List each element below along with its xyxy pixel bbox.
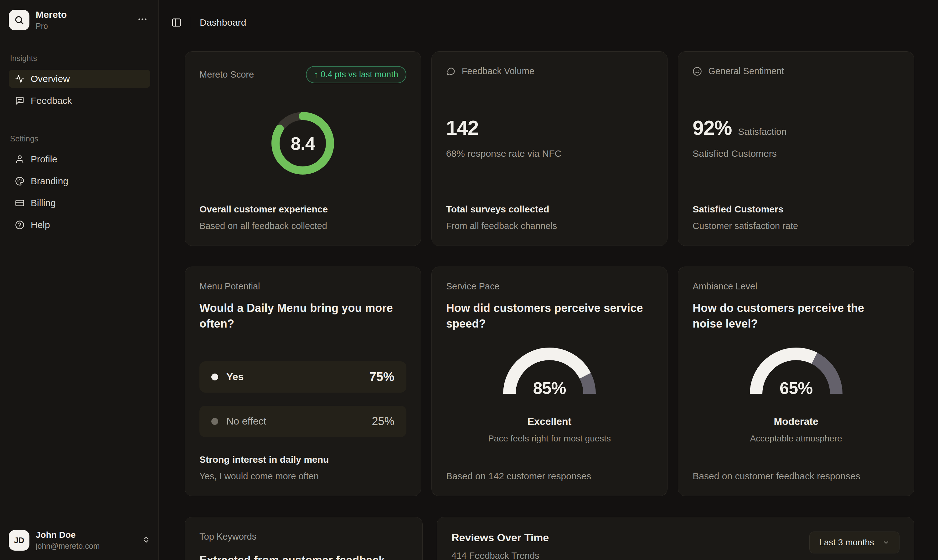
avatar: JD bbox=[9, 530, 29, 551]
answer-dot bbox=[211, 418, 218, 425]
survey-question: Would a Daily Menu bring you more often? bbox=[199, 300, 403, 332]
date-range-dropdown[interactable]: Last 3 months bbox=[809, 532, 899, 554]
survey-question: How did customers perceive service speed… bbox=[446, 300, 650, 332]
card-heading: Total surveys collected bbox=[446, 204, 653, 215]
answer-dot bbox=[211, 374, 218, 380]
card-heading: Satisfied Customers bbox=[693, 204, 899, 215]
credit-card-icon bbox=[15, 198, 25, 208]
answer-label: No effect bbox=[226, 415, 266, 427]
user-name: John Doe bbox=[36, 530, 100, 540]
answer-row-no-effect: No effect 25% bbox=[199, 406, 406, 437]
brand-name: Mereto bbox=[36, 9, 67, 20]
topbar: Dashboard bbox=[159, 0, 938, 31]
card-top-keywords: Top Keywords Extracted from customer fee… bbox=[185, 517, 423, 560]
card-title: Top Keywords bbox=[199, 532, 408, 542]
sidebar-item-label: Branding bbox=[31, 176, 68, 186]
user-meta: John Doe john@mereto.com bbox=[36, 530, 100, 551]
chevrons-up-down-icon bbox=[142, 535, 150, 545]
sidebar-item-feedback[interactable]: Feedback bbox=[9, 92, 150, 110]
card-subheading: From all feedback channels bbox=[446, 221, 653, 231]
card-ambiance-level: Ambiance Level How do customers perceive… bbox=[678, 266, 914, 496]
answer-value: 25% bbox=[372, 415, 395, 428]
card-title: General Sentiment bbox=[708, 66, 784, 76]
reviews-head-text: Reviews Over Time 414 Feedback Trends bbox=[452, 532, 549, 560]
section-label-insights: Insights bbox=[10, 54, 150, 63]
sidebar-item-overview[interactable]: Overview bbox=[9, 70, 150, 88]
answer-row-yes: Yes 75% bbox=[199, 362, 406, 392]
sidebar-item-help[interactable]: Help bbox=[9, 216, 150, 234]
card-title: Ambiance Level bbox=[693, 281, 899, 292]
sidebar-item-label: Profile bbox=[31, 154, 57, 165]
search-icon bbox=[14, 15, 24, 25]
smile-icon bbox=[693, 67, 702, 76]
gauge-rating: Moderate bbox=[693, 416, 899, 427]
card-subheading: Customer satisfaction rate bbox=[693, 221, 899, 231]
nav-settings: Profile Branding Billing Help bbox=[9, 150, 150, 234]
sidebar-item-profile[interactable]: Profile bbox=[9, 150, 150, 168]
user-switcher[interactable]: JD John Doe john@mereto.com bbox=[9, 530, 150, 551]
user-email: john@mereto.com bbox=[36, 542, 100, 551]
sentiment-value: 92% bbox=[693, 116, 732, 140]
card-service-pace: Service Pace How did customers perceive … bbox=[432, 266, 668, 496]
sidebar-item-billing[interactable]: Billing bbox=[9, 194, 150, 212]
card-general-sentiment: General Sentiment 92% Satisfaction Satis… bbox=[678, 51, 914, 246]
palette-icon bbox=[15, 177, 25, 186]
card-menu-potential: Menu Potential Would a Daily Menu bring … bbox=[185, 266, 421, 496]
help-circle-icon bbox=[15, 220, 25, 230]
brand-logo bbox=[9, 10, 29, 30]
card-heading: Strong interest in daily menu bbox=[199, 454, 406, 465]
sidebar-toggle-button[interactable] bbox=[171, 17, 182, 28]
sidebar-item-label: Overview bbox=[31, 74, 70, 84]
gauge-rating-caption: Acceptable atmosphere bbox=[693, 434, 899, 444]
card-reviews-over-time: Reviews Over Time 414 Feedback Trends La… bbox=[437, 517, 914, 560]
brand-text: Mereto Pro bbox=[36, 9, 67, 31]
brand-plan: Pro bbox=[36, 22, 67, 31]
main-area: Dashboard Mereto Score ↑ 0.4 pts vs last… bbox=[159, 0, 938, 560]
chevron-down-icon bbox=[882, 539, 890, 546]
card-footnote: Based on 142 customer responses bbox=[446, 471, 653, 482]
ellipsis-icon bbox=[137, 14, 148, 25]
card-subtitle: 414 Feedback Trends bbox=[452, 551, 549, 560]
card-feedback-volume: Feedback Volume 142 68% response rate vi… bbox=[432, 51, 668, 246]
sentiment-caption: Satisfied Customers bbox=[693, 148, 899, 159]
page-title: Dashboard bbox=[200, 17, 247, 28]
volume-value: 142 bbox=[446, 116, 479, 140]
card-title: Service Pace bbox=[446, 281, 653, 292]
card-title: Mereto Score bbox=[199, 69, 254, 80]
sidebar-item-label: Billing bbox=[31, 198, 56, 208]
section-label-settings: Settings bbox=[10, 134, 150, 143]
date-range-label: Last 3 months bbox=[819, 537, 874, 548]
gauge-value: 85% bbox=[503, 378, 596, 398]
card-title: Reviews Over Time bbox=[452, 532, 549, 544]
activity-icon bbox=[15, 74, 25, 83]
topbar-divider bbox=[191, 17, 191, 28]
sidebar-item-label: Help bbox=[31, 220, 50, 230]
card-title: Feedback Volume bbox=[462, 66, 534, 76]
score-value: 8.4 bbox=[272, 112, 334, 175]
ambiance-gauge: 65% bbox=[750, 348, 842, 398]
sidebar-item-label: Feedback bbox=[31, 95, 72, 106]
nav-insights: Overview Feedback bbox=[9, 70, 150, 110]
score-donut-chart: 8.4 bbox=[272, 112, 334, 175]
panel-left-icon bbox=[171, 17, 182, 28]
service-pace-gauge: 85% bbox=[503, 348, 596, 398]
sidebar-item-branding[interactable]: Branding bbox=[9, 172, 150, 190]
card-subheading: Yes, I would come more often bbox=[199, 471, 406, 482]
survey-question: How do customers perceive the noise leve… bbox=[693, 300, 896, 332]
gauge-rating: Excellent bbox=[446, 416, 653, 427]
gauge-rating-caption: Pace feels right for most guests bbox=[446, 434, 653, 444]
answer-value: 75% bbox=[369, 370, 395, 384]
sentiment-value-label: Satisfaction bbox=[738, 126, 787, 137]
sidebar: Mereto Pro Insights Overview Feedback Se… bbox=[0, 0, 159, 560]
more-options-button[interactable] bbox=[135, 12, 150, 28]
dashboard-content: Mereto Score ↑ 0.4 pts vs last month 8.4… bbox=[159, 31, 938, 560]
card-mereto-score: Mereto Score ↑ 0.4 pts vs last month 8.4… bbox=[185, 51, 421, 246]
user-icon bbox=[15, 155, 25, 164]
trend-badge: ↑ 0.4 pts vs last month bbox=[306, 66, 406, 83]
card-heading: Extracted from customer feedback bbox=[199, 554, 408, 560]
message-circle-icon bbox=[446, 67, 455, 76]
card-footnote: Based on customer feedback responses bbox=[693, 471, 899, 482]
card-heading: Overall customer experience bbox=[199, 204, 406, 215]
message-square-icon bbox=[15, 96, 25, 105]
card-subheading: Based on all feedback collected bbox=[199, 221, 406, 231]
